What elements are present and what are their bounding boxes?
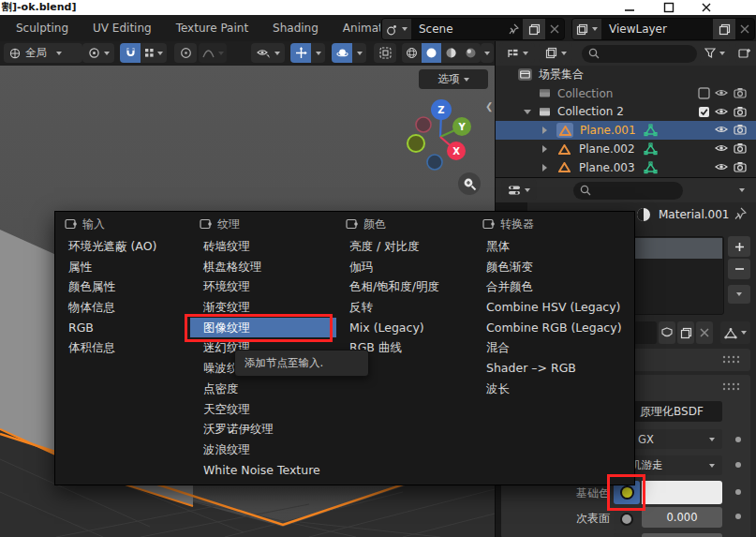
menu-item-white-noise-texture[interactable]: White Noise Texture [190,460,336,481]
overlays-dropdown[interactable] [352,43,366,63]
row-plane-003[interactable]: Plane.003 [496,158,756,177]
expand-caret-icon[interactable] [542,127,547,134]
exclude-checkbox-checked[interactable] [698,106,710,118]
exclude-checkbox[interactable] [698,87,710,99]
menu-item-blackbody[interactable]: 黑体 [473,236,634,257]
new-collection-button[interactable] [735,43,754,63]
animate-dot[interactable] [735,437,741,442]
menu-item-color-attribute[interactable]: 颜色属性 [55,276,190,297]
scene-name[interactable]: Scene [411,19,504,39]
remove-slot-button[interactable] [728,259,750,279]
base-color-swatch[interactable] [642,481,722,504]
clipped-socket-button[interactable] [614,533,640,537]
menu-item-point-density[interactable]: 点密度 [190,379,336,399]
row-collection-2[interactable]: Collection 2 [496,103,756,122]
tab-texture-paint[interactable]: Texture Paint [164,15,260,41]
unlink-scene-icon[interactable] [545,19,564,39]
remove-viewlayer-icon[interactable] [735,19,754,39]
menu-item-mix[interactable]: 混合 [473,337,634,358]
eye-icon[interactable] [715,142,728,154]
animate-dot[interactable] [735,462,741,468]
pin-icon[interactable] [734,207,747,220]
outliner-search-input[interactable] [582,45,697,63]
sidebar-collapse-arrow[interactable]: ❮ [485,101,493,112]
zoom-tool-button[interactable] [458,172,481,195]
viewlayer-browse-button[interactable] [572,19,601,39]
show-gizmo-button[interactable] [290,43,311,63]
snap-target-dropdown[interactable] [141,43,167,63]
properties-editor-type-dropdown[interactable] [501,180,537,200]
shading-rendered-button[interactable] [461,43,481,63]
options-dropdown[interactable]: 选项 [419,69,488,89]
eye-icon[interactable] [715,161,728,172]
menu-item-wavelength[interactable]: 波长 [473,379,634,399]
menu-item-brick-texture[interactable]: 砖墙纹理 [190,236,336,257]
menu-item-mix-legacy[interactable]: Mix (Legacy) [336,318,473,338]
menu-item-ambient-occlusion[interactable]: 环境光遮蔽 (AO) [55,236,190,257]
new-scene-button[interactable] [523,19,545,39]
menu-item-combine-hsv-legacy[interactable]: Combine HSV (Legacy) [473,297,634,318]
tab-animation[interactable]: Animation [331,15,380,41]
camera-icon[interactable] [734,142,747,154]
expand-caret-icon[interactable] [542,145,547,153]
camera-icon[interactable] [734,161,747,172]
animate-dot[interactable] [735,514,741,519]
toggle-xray-button[interactable] [374,43,396,63]
menu-item-attribute[interactable]: 属性 [55,257,190,277]
menu-item-checker-texture[interactable]: 棋盘格纹理 [190,257,336,277]
subsurface-socket-button[interactable] [614,507,640,530]
expand-caret-icon[interactable] [542,164,547,172]
view-object-types-dropdown[interactable] [251,43,285,63]
navigation-gizmo[interactable]: Z Y X [406,94,477,171]
menu-item-gradient-texture[interactable]: 渐变纹理 [190,297,336,318]
outliner-editor-type-dropdown[interactable] [499,43,535,63]
snap-toggle-button[interactable] [120,43,141,63]
shading-wireframe-button[interactable] [402,43,422,63]
pivot-point-dropdown[interactable] [82,43,114,63]
outliner-filter-dropdown[interactable] [700,43,730,63]
menu-item-combine-color[interactable]: 合并颜色 [473,276,634,297]
viewlayer-name[interactable]: ViewLayer [601,19,713,39]
menu-item-wave-texture[interactable]: 波浪纹理 [190,440,336,460]
menu-item-sky-texture[interactable]: 天空纹理 [190,399,336,420]
row-plane-002[interactable]: Plane.002 [496,140,756,158]
menu-item-volume-info[interactable]: 体积信息 [55,337,190,358]
close-icon[interactable] [699,2,714,13]
transform-orientation-dropdown[interactable]: 全局 [4,43,82,63]
menu-item-object-info[interactable]: 物体信息 [55,297,190,318]
gizmo-dropdown[interactable] [311,43,325,63]
pin-icon[interactable] [504,19,523,39]
row-collection-1[interactable]: Collection [496,84,756,103]
collapse-caret-icon[interactable] [524,110,531,114]
properties-options-chevron[interactable] [739,188,745,192]
menu-item-environment-texture[interactable]: 环境纹理 [190,276,336,297]
proportional-falloff-dropdown[interactable] [199,43,227,63]
menu-item-shader-to-rgb[interactable]: Shader –> RGB [473,358,634,379]
tab-uv-editing[interactable]: UV Editing [81,15,164,41]
animate-dot[interactable] [735,489,741,495]
show-overlays-button[interactable] [332,43,352,63]
menu-item-hue-saturation[interactable]: 色相/饱和度/明度 [336,276,473,297]
camera-icon[interactable] [734,87,747,98]
scene-browse-button[interactable] [382,19,411,39]
menu-item-rgb[interactable]: RGB [55,318,190,338]
slot-specials-dropdown[interactable] [728,285,750,304]
menu-item-bright-contrast[interactable]: 亮度 / 对比度 [336,236,473,257]
eye-icon[interactable] [715,124,728,135]
fake-user-button[interactable] [659,321,675,344]
unlink-material-button[interactable] [696,321,713,344]
maximize-icon[interactable] [661,2,676,13]
menu-item-voronoi-texture[interactable]: 沃罗诺伊纹理 [190,419,336,440]
proportional-edit-button[interactable] [174,43,197,63]
menu-item-gamma[interactable]: 伽玛 [336,257,473,277]
row-scene-collection[interactable]: 场景集合 [496,66,756,84]
menu-item-invert[interactable]: 反转 [336,297,473,318]
outliner-display-mode-dropdown[interactable] [539,43,572,63]
camera-icon[interactable] [734,106,747,117]
add-slot-button[interactable] [728,236,750,257]
eye-icon[interactable] [715,106,728,117]
drag-dots-icon[interactable] [722,355,741,365]
drag-dots-icon[interactable] [722,382,741,392]
shading-material-button[interactable] [441,43,461,63]
properties-search-input[interactable] [573,182,683,200]
